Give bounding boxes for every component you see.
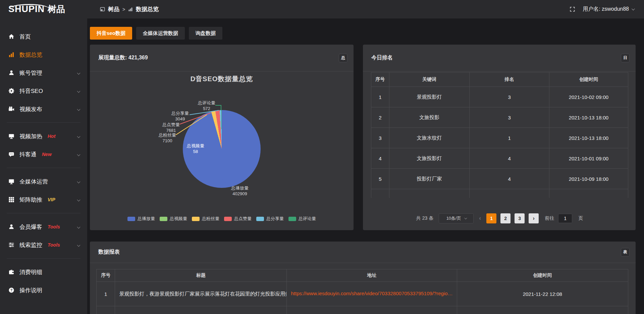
- topbar: SHUPIN 树品 树品 > 数据总览 用户名: zswodun88: [0, 0, 644, 18]
- chevron-down-icon: [77, 89, 80, 93]
- legend-swatch: [127, 217, 135, 221]
- chevron-down-icon: [77, 107, 80, 111]
- username-label: 用户名: zswodun88: [583, 6, 629, 13]
- chevron-down-icon: [464, 216, 467, 219]
- rank-panel: 今日排名 日 序号 关键词 排名 创建时间 1 景观投影灯 3: [363, 45, 636, 230]
- fullscreen-icon[interactable]: [570, 6, 575, 12]
- legend-swatch: [192, 217, 200, 221]
- sidebar-item-label: 会员爆客: [19, 223, 42, 231]
- sidebar-item-help[interactable]: ? 操作说明: [0, 281, 87, 299]
- page-button-3[interactable]: 3: [515, 213, 525, 223]
- page-size-select[interactable]: 10条/页: [439, 213, 474, 223]
- pagination-total: 共 23 条: [416, 215, 433, 221]
- sidebar-item-label: 数据总览: [19, 51, 42, 59]
- rank-panel-title: 今日排名: [371, 54, 393, 61]
- report-panel-title: 数据报表: [98, 249, 120, 256]
- main-content: 抖音seo数据 全媒体运营数据 询盘数据 展现量总数: 421,369 总 D音…: [87, 18, 644, 314]
- data-tabs: 抖音seo数据 全媒体运营数据 询盘数据: [90, 27, 636, 40]
- sidebar-item-media-operation[interactable]: 全媒体运营: [0, 172, 87, 191]
- pie-label-videos: 总视频量58: [182, 143, 209, 155]
- breadcrumb-separator: >: [122, 7, 125, 12]
- col-header-title: 标题: [115, 269, 287, 282]
- sidebar-item-lead-monitor[interactable]: 线索监控 Tools: [0, 236, 87, 254]
- video-url-link[interactable]: https://www.iesdouyin.com/share/video/70…: [291, 291, 453, 296]
- sidebar-item-label: 视频发布: [19, 105, 42, 113]
- tools-badge: Tools: [48, 242, 60, 248]
- sidebar-divider: [7, 213, 80, 213]
- page-button-1[interactable]: 1: [486, 213, 496, 223]
- sidebar-item-account[interactable]: 账号管理: [0, 64, 87, 82]
- table-header-row: 序号 标题 地址 创建时间: [97, 269, 628, 282]
- new-badge: New: [42, 152, 52, 157]
- sidebar-item-member-burst[interactable]: 会员爆客 Tools: [0, 218, 87, 236]
- sliders-icon: [8, 242, 14, 248]
- table-row-partial: [371, 189, 628, 198]
- sidebar-item-label: 首页: [19, 33, 31, 41]
- breadcrumb-root[interactable]: 树品: [108, 5, 119, 13]
- overview-panel: 展现量总数: 421,369 总 D音SEO数据量总览 总评论量572 总分享量…: [90, 45, 354, 230]
- legend-item-plays[interactable]: 总播放量: [127, 216, 155, 222]
- chart-legend: 总播放量 总视频量 总粉丝量 总点赞量: [90, 216, 354, 222]
- table-row: 3 文旅水纹灯 1 2021-10-13 18:00: [371, 128, 628, 148]
- goto-label: 前往: [545, 215, 554, 221]
- tab-media-operation-data[interactable]: 全媒体运营数据: [136, 27, 185, 40]
- breadcrumb-current[interactable]: 数据总览: [136, 5, 159, 13]
- sidebar-item-label: 全媒体运营: [19, 178, 48, 186]
- sidebar-item-label: 消费明细: [19, 268, 42, 276]
- leader-line: [221, 105, 221, 110]
- pie-label-plays: 总播放量402909: [226, 186, 253, 197]
- tools-badge: Tools: [48, 224, 60, 229]
- total-badge-button[interactable]: 总: [339, 54, 347, 62]
- next-page-button[interactable]: ›: [529, 213, 539, 223]
- legend-item-shares[interactable]: 总分享量: [256, 216, 284, 222]
- table-row: 1 景观投影灯 3 2021-10-02 09:00: [371, 87, 628, 107]
- sidebar-item-douyin-seo[interactable]: 抖音SEO: [0, 82, 87, 100]
- gear-icon: [8, 88, 14, 94]
- table-row: 4 文旅投影灯 4 2021-10-01 09:00: [371, 148, 628, 169]
- monitor-icon: [8, 178, 14, 185]
- legend-item-videos[interactable]: 总视频量: [160, 216, 187, 222]
- sidebar-divider: [7, 122, 80, 123]
- prev-page-button[interactable]: ‹: [478, 215, 482, 222]
- sidebar-item-video-heating[interactable]: 视频加热 Hot: [0, 127, 87, 145]
- report-panel-header: 数据报表 表: [90, 242, 636, 263]
- legend-swatch: [160, 217, 167, 221]
- video-camera-icon: [8, 106, 14, 112]
- tab-douyin-seo-data[interactable]: 抖音seo数据: [90, 27, 132, 40]
- chevron-down-icon: [77, 180, 80, 183]
- user-menu[interactable]: 用户名: zswodun88: [583, 6, 634, 13]
- chevron-down-icon: [77, 198, 80, 201]
- topbar-right: 用户名: zswodun88: [570, 6, 644, 13]
- rank-table: 序号 关键词 排名 创建时间 1 景观投影灯 3 2021-10-02 09:0…: [371, 72, 628, 198]
- chevron-down-icon: [77, 135, 80, 138]
- pie-chart-area: D音SEO数据量总览 总评论量572 总分享量3049 总点赞量7681 总: [90, 71, 354, 230]
- breadcrumb: 树品 > 数据总览: [100, 5, 159, 13]
- goto-page-input[interactable]: [558, 214, 572, 223]
- legend-item-likes[interactable]: 总点赞量: [224, 216, 252, 222]
- table-row: 1 景观投影灯，夜游景观投影灯厂家展示展示落花灯在花园里的灯光投影应用效果 # …: [97, 282, 628, 306]
- table-badge-button[interactable]: 表: [621, 248, 630, 257]
- legend-swatch: [256, 217, 264, 221]
- video-title-cell: 景观投影灯，夜游景观投影灯厂家展示展示落花灯在花园里的灯光投影应用效果 #: [115, 282, 287, 306]
- sidebar-item-label: 抖音SEO: [19, 87, 43, 95]
- sidebar-item-label: 操作说明: [19, 286, 42, 294]
- legend-item-comments[interactable]: 总评论量: [288, 216, 316, 222]
- sidebar-item-matrix-boost[interactable]: 矩阵助推 VIP: [0, 191, 87, 209]
- sidebar-item-video-publish[interactable]: 视频发布: [0, 100, 87, 118]
- sidebar-item-home[interactable]: 首页: [0, 28, 87, 46]
- legend-item-fans[interactable]: 总粉丝量: [192, 216, 219, 222]
- sidebar-item-data-overview[interactable]: 数据总览: [0, 46, 87, 64]
- goto-unit-label: 页: [578, 215, 583, 221]
- table-row-partial: [97, 306, 628, 314]
- chevron-down-icon: [77, 243, 80, 247]
- tab-inquiry-data[interactable]: 询盘数据: [189, 27, 222, 40]
- col-header-created: 创建时间: [549, 72, 628, 87]
- page-button-2[interactable]: 2: [500, 213, 511, 223]
- vip-badge: VIP: [48, 197, 55, 202]
- sidebar-item-label: 视频加热: [19, 133, 42, 140]
- sidebar-item-doukertong[interactable]: 抖客通 New: [0, 145, 87, 163]
- sidebar-item-consumption[interactable]: 消费明细: [0, 263, 87, 281]
- col-header-keyword: 关键词: [389, 72, 470, 87]
- chevron-down-icon: [77, 153, 80, 156]
- day-badge-button[interactable]: 日: [621, 54, 630, 62]
